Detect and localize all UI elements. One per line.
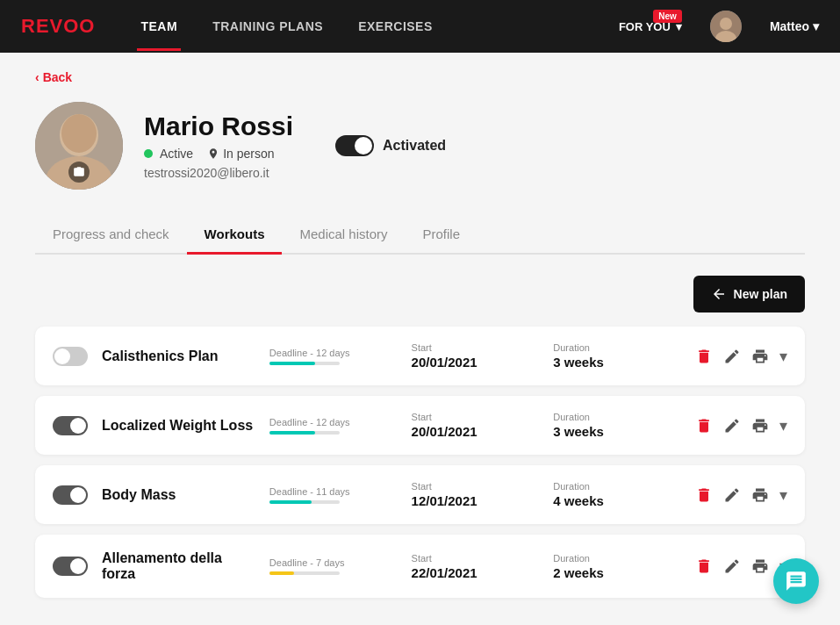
plan-card: Allenamento della forza Deadline - 7 day… [35, 535, 805, 598]
nav-user-name: Matteo [770, 19, 809, 33]
tab-medical-history[interactable]: Medical history [282, 216, 405, 255]
profile-status-row: Active In person [144, 147, 293, 161]
plan-toggle-2[interactable] [53, 485, 88, 505]
tab-profile[interactable]: Profile [406, 216, 478, 255]
new-plan-button[interactable]: New plan [693, 276, 805, 312]
nav-training-plans[interactable]: TRAINING PLANS [209, 19, 327, 33]
plan-deadline-0: Deadline - 12 days [269, 348, 398, 365]
user-avatar[interactable] [710, 11, 742, 42]
plan-name-1: Localized Weight Loss [102, 418, 255, 434]
delete-icon[interactable] [695, 348, 713, 365]
profile-email: testrossi2020@libero.it [144, 166, 293, 180]
expand-icon[interactable]: ▾ [779, 485, 787, 505]
deadline-bar-3 [269, 571, 340, 575]
plan-start-3: Start 22/01/2021 [412, 553, 540, 580]
activated-toggle[interactable] [335, 135, 374, 156]
plan-card: Body Mass Deadline - 11 days Start 12/01… [35, 465, 805, 524]
profile-avatar[interactable] [35, 102, 123, 190]
deadline-bar-1 [269, 431, 340, 435]
plans-list: Calisthenics Plan Deadline - 12 days Sta… [35, 327, 805, 598]
plan-toggle-3[interactable] [53, 557, 88, 576]
plan-duration-2: Duration 4 weeks [553, 481, 681, 508]
plan-card: Localized Weight Loss Deadline - 12 days… [35, 396, 805, 455]
edit-icon[interactable] [723, 557, 741, 575]
deadline-bar-2 [269, 500, 340, 504]
new-badge: New [653, 10, 682, 23]
nav-user-menu[interactable]: Matteo ▾ [770, 19, 819, 33]
plan-duration-0: Duration 3 weeks [553, 342, 681, 370]
tabs-bar: Progress and check Workouts Medical hist… [35, 216, 805, 255]
print-icon[interactable] [751, 417, 769, 435]
print-icon[interactable] [751, 486, 769, 504]
plan-start-1: Start 20/01/2021 [412, 412, 540, 439]
plan-deadline-2: Deadline - 11 days [269, 486, 398, 504]
plan-actions-2: ▾ [695, 485, 787, 505]
plan-start-0: Start 20/01/2021 [412, 342, 540, 370]
status-dot [144, 149, 153, 158]
profile-header: Mario Rossi Active In person testrossi20… [35, 102, 805, 190]
page-content: ‹ Back Mario Rossi [0, 53, 840, 625]
plan-actions-3: ▾ [695, 557, 787, 576]
activated-label: Activated [383, 138, 446, 154]
tab-workouts[interactable]: Workouts [187, 216, 283, 255]
svg-point-1 [720, 18, 732, 30]
avatar-camera-icon[interactable] [68, 162, 90, 183]
location-label: In person [223, 147, 274, 161]
delete-icon[interactable] [695, 417, 713, 435]
chevron-down-icon: ▾ [813, 19, 819, 33]
deadline-bar-0 [269, 362, 340, 365]
toolbar: New plan [35, 276, 805, 312]
profile-name: Mario Rossi [144, 111, 293, 141]
profile-info: Mario Rossi Active In person testrossi20… [144, 111, 293, 180]
navbar: REVOO TEAM TRAINING PLANS EXERCISES FOR … [0, 0, 840, 53]
app-logo[interactable]: REVOO [21, 15, 95, 38]
plan-deadline-1: Deadline - 12 days [269, 417, 398, 435]
delete-icon[interactable] [695, 557, 713, 575]
plan-duration-1: Duration 3 weeks [553, 412, 681, 439]
plan-deadline-3: Deadline - 7 days [269, 557, 398, 575]
tab-progress[interactable]: Progress and check [35, 216, 187, 255]
edit-icon[interactable] [723, 417, 741, 435]
delete-icon[interactable] [695, 486, 713, 504]
plan-actions-0: ▾ [695, 347, 787, 366]
edit-icon[interactable] [723, 486, 741, 504]
location-icon [207, 147, 219, 160]
profile-status: Active [144, 147, 193, 161]
back-link[interactable]: ‹ Back [35, 70, 805, 84]
chat-icon [785, 570, 808, 593]
nav-team[interactable]: TEAM [137, 19, 181, 33]
plan-name-2: Body Mass [102, 487, 255, 503]
nav-foryou[interactable]: FOR YOU ▾ New [619, 20, 682, 33]
print-icon[interactable] [751, 557, 769, 575]
svg-point-6 [61, 114, 97, 153]
new-plan-label: New plan [734, 287, 787, 301]
expand-icon[interactable]: ▾ [779, 416, 787, 435]
nav-exercises[interactable]: EXERCISES [355, 19, 436, 33]
plan-toggle-1[interactable] [53, 416, 88, 435]
chat-fab[interactable] [773, 558, 819, 604]
status-label: Active [160, 147, 193, 161]
arrow-icon [711, 286, 727, 302]
edit-icon[interactable] [723, 348, 741, 365]
plan-name-0: Calisthenics Plan [102, 348, 255, 364]
plan-toggle-0[interactable] [53, 347, 88, 366]
plan-actions-1: ▾ [695, 416, 787, 435]
back-label: Back [43, 70, 72, 84]
plan-name-3: Allenamento della forza [102, 550, 255, 582]
expand-icon[interactable]: ▾ [779, 347, 787, 366]
print-icon[interactable] [751, 348, 769, 365]
back-chevron-icon: ‹ [35, 70, 39, 84]
activated-row: Activated [335, 135, 446, 156]
plan-start-2: Start 12/01/2021 [412, 481, 540, 508]
plan-card: Calisthenics Plan Deadline - 12 days Sta… [35, 327, 805, 385]
profile-location: In person [207, 147, 274, 161]
plan-duration-3: Duration 2 weeks [553, 553, 681, 580]
